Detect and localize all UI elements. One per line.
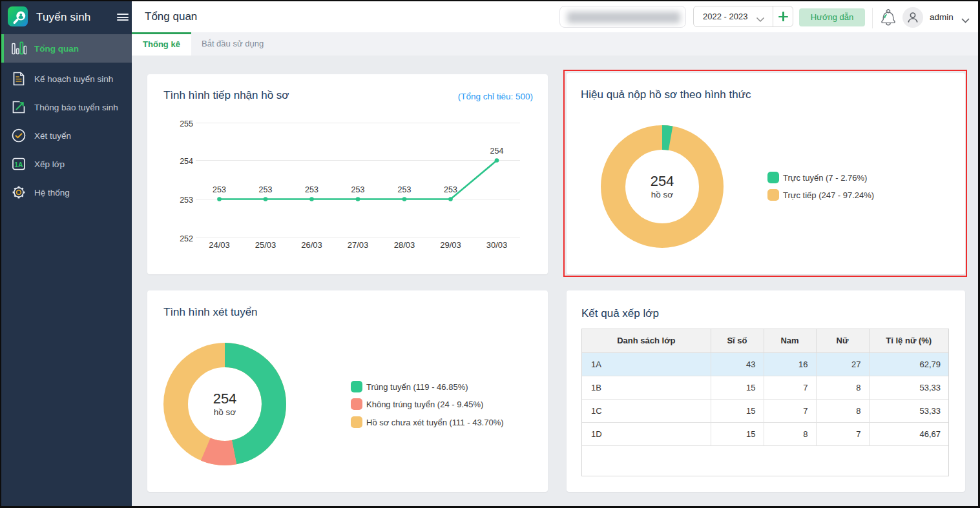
svg-text:253: 253 — [305, 185, 318, 194]
svg-text:253: 253 — [444, 185, 457, 194]
svg-text:30/03: 30/03 — [486, 240, 508, 250]
svg-text:253: 253 — [259, 185, 273, 194]
svg-text:253: 253 — [180, 196, 193, 205]
svg-text:26/03: 26/03 — [301, 240, 322, 250]
svg-text:253: 253 — [351, 185, 365, 194]
svg-text:254: 254 — [180, 157, 193, 166]
svg-text:252: 252 — [180, 234, 193, 243]
svg-text:255: 255 — [180, 119, 193, 128]
svg-text:27/03: 27/03 — [348, 240, 369, 250]
svg-text:253: 253 — [398, 185, 412, 194]
svg-text:25/03: 25/03 — [255, 240, 276, 250]
svg-text:253: 253 — [213, 185, 226, 194]
svg-text:1A: 1A — [14, 161, 23, 168]
svg-text:254: 254 — [490, 147, 504, 156]
svg-text:28/03: 28/03 — [394, 240, 415, 250]
svg-text:29/03: 29/03 — [440, 240, 461, 250]
svg-text:24/03: 24/03 — [209, 240, 230, 250]
